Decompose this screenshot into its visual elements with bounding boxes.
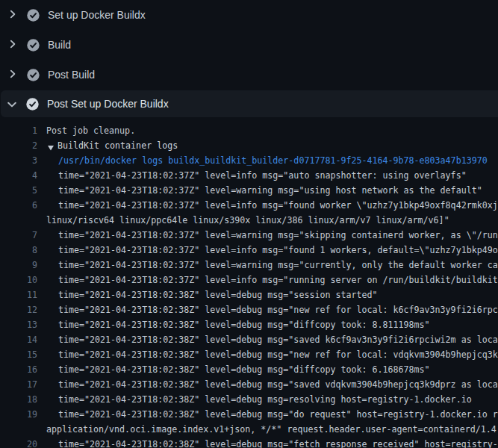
step-label: Post Set up Docker Buildx — [47, 98, 169, 110]
step-list: Set up Docker BuildxBuildPost BuildPost … — [0, 0, 498, 117]
chevron-right-icon — [7, 68, 19, 80]
line-number[interactable]: 19 — [0, 407, 37, 422]
line-text: time="2021-04-23T18:02:38Z" level=debug … — [58, 437, 498, 448]
line-text: time="2021-04-23T18:02:38Z" level=debug … — [58, 377, 498, 392]
command-text: /usr/bin/docker logs buildx_buildkit_bui… — [58, 153, 488, 168]
line-number[interactable]: 11 — [0, 287, 37, 302]
line-number[interactable]: 12 — [0, 302, 37, 317]
line-text: time="2021-04-23T18:02:38Z" level=debug … — [58, 317, 430, 332]
caret-down-icon[interactable] — [48, 145, 54, 151]
step-label: Set up Docker Buildx — [48, 9, 146, 21]
log-line: 5time="2021-04-23T18:02:37Z" level=warni… — [0, 183, 498, 198]
check-circle-icon — [27, 9, 40, 22]
log-line: 2BuildKit container logs — [0, 138, 498, 153]
chevron-right-icon — [7, 8, 19, 20]
log-line: 7time="2021-04-23T18:02:37Z" level=warni… — [0, 228, 498, 243]
line-text: time="2021-04-23T18:02:38Z" level=debug … — [58, 347, 498, 362]
log-line: 14time="2021-04-23T18:02:38Z" level=debu… — [0, 332, 498, 347]
line-number[interactable]: 9 — [0, 258, 37, 273]
log-line: 13time="2021-04-23T18:02:38Z" level=debu… — [0, 317, 498, 332]
line-number[interactable]: 4 — [0, 168, 37, 183]
log-line: 15time="2021-04-23T18:02:38Z" level=debu… — [0, 347, 498, 362]
log-line: 20time="2021-04-23T18:02:38Z" level=debu… — [0, 437, 498, 448]
line-text: time="2021-04-23T18:02:37Z" level=info m… — [58, 198, 498, 213]
step-row-post-build[interactable]: Post Build — [0, 60, 498, 90]
line-text: time="2021-04-23T18:02:37Z" level=info m… — [58, 273, 498, 287]
line-number — [0, 422, 37, 437]
line-number[interactable]: 10 — [0, 273, 37, 287]
line-number[interactable]: 17 — [0, 377, 37, 392]
line-text: time="2021-04-23T18:02:37Z" level=info m… — [58, 243, 498, 258]
line-text: Post job cleanup. — [46, 123, 135, 138]
line-number[interactable]: 18 — [0, 392, 37, 407]
log-line: 6time="2021-04-23T18:02:37Z" level=info … — [0, 198, 498, 213]
log-line: 8time="2021-04-23T18:02:37Z" level=info … — [0, 243, 498, 258]
step-label: Build — [48, 39, 71, 51]
step-row-post-set-up-docker-buildx[interactable]: Post Set up Docker Buildx — [1, 90, 498, 117]
line-number[interactable]: 1 — [0, 123, 37, 138]
step-row-set-up-docker-buildx[interactable]: Set up Docker Buildx — [0, 0, 498, 30]
line-text: application/vnd.oci.image.index.v1+json,… — [46, 422, 498, 437]
line-number[interactable]: 3 — [0, 153, 37, 168]
check-circle-icon — [26, 98, 39, 111]
step-row-build[interactable]: Build — [0, 30, 498, 60]
line-text: time="2021-04-23T18:02:38Z" level=debug … — [58, 362, 430, 377]
line-text: time="2021-04-23T18:02:38Z" level=debug … — [58, 302, 498, 317]
log-line: 18time="2021-04-23T18:02:38Z" level=debu… — [0, 392, 498, 407]
log-line: 12time="2021-04-23T18:02:38Z" level=debu… — [0, 302, 498, 317]
line-number[interactable]: 20 — [0, 437, 37, 448]
line-text: time="2021-04-23T18:02:37Z" level=info m… — [58, 168, 467, 183]
log-line: 11time="2021-04-23T18:02:38Z" level=debu… — [0, 287, 498, 302]
actions-log-viewer: Set up Docker BuildxBuildPost BuildPost … — [0, 0, 498, 448]
chevron-right-icon — [7, 38, 19, 50]
check-circle-icon — [27, 69, 40, 81]
log-line: 3/usr/bin/docker logs buildx_buildkit_bu… — [0, 153, 498, 168]
line-number[interactable]: 15 — [0, 347, 37, 362]
log-line: 9time="2021-04-23T18:02:37Z" level=warni… — [0, 258, 498, 273]
line-text: linux/riscv64 linux/ppc64le linux/s390x … — [46, 213, 449, 228]
line-number[interactable]: 6 — [0, 198, 37, 213]
line-text: time="2021-04-23T18:02:37Z" level=warnin… — [58, 228, 498, 243]
line-text: time="2021-04-23T18:02:38Z" level=debug … — [58, 332, 498, 347]
line-number[interactable]: 2 — [0, 138, 37, 153]
log-line: 19time="2021-04-23T18:02:38Z" level=debu… — [0, 407, 498, 422]
line-number — [0, 213, 37, 228]
log-line: linux/riscv64 linux/ppc64le linux/s390x … — [0, 213, 498, 228]
log-line: application/vnd.oci.image.index.v1+json,… — [0, 422, 498, 437]
line-text: time="2021-04-23T18:02:37Z" level=warnin… — [58, 258, 498, 273]
line-text: time="2021-04-23T18:02:38Z" level=debug … — [58, 287, 378, 302]
log-area: 1Post job cleanup.2BuildKit container lo… — [0, 118, 498, 448]
log-line: 17time="2021-04-23T18:02:38Z" level=debu… — [0, 377, 498, 392]
line-text: time="2021-04-23T18:02:38Z" level=debug … — [58, 392, 472, 407]
line-text: time="2021-04-23T18:02:37Z" level=warnin… — [58, 183, 482, 198]
line-text: time="2021-04-23T18:02:38Z" level=debug … — [58, 407, 498, 422]
log-line: 10time="2021-04-23T18:02:37Z" level=info… — [0, 273, 498, 287]
log-line: 16time="2021-04-23T18:02:38Z" level=debu… — [0, 362, 498, 377]
line-text: BuildKit container logs — [46, 138, 178, 153]
log-line: 4time="2021-04-23T18:02:37Z" level=info … — [0, 168, 498, 183]
line-number[interactable]: 5 — [0, 183, 37, 198]
step-label: Post Build — [48, 69, 95, 81]
line-number[interactable]: 16 — [0, 362, 37, 377]
chevron-down-icon — [6, 99, 18, 111]
line-number[interactable]: 13 — [0, 317, 37, 332]
line-number[interactable]: 7 — [0, 228, 37, 243]
log-line: 1Post job cleanup. — [0, 123, 498, 138]
line-number[interactable]: 14 — [0, 332, 37, 347]
check-circle-icon — [27, 39, 40, 52]
line-number[interactable]: 8 — [0, 243, 37, 258]
